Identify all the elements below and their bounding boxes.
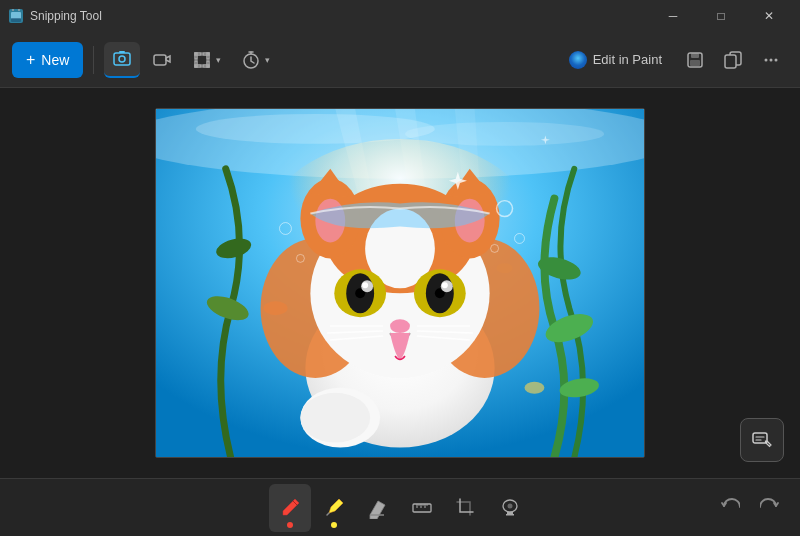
cat-image [156,109,644,457]
timer-chevron: ▾ [265,55,270,65]
new-button[interactable]: + New [12,42,83,78]
svg-rect-7 [119,51,125,53]
svg-point-61 [390,319,410,333]
region-icon [192,50,212,70]
highlighter-tool-button[interactable] [313,484,355,532]
svg-rect-4 [11,18,21,22]
svg-rect-12 [207,53,209,59]
crop-tool-button[interactable] [445,484,487,532]
eraser-icon [367,497,389,519]
more-icon [762,51,780,69]
minimize-button[interactable]: ─ [650,0,696,32]
copy-icon [724,51,742,69]
app-title: Snipping Tool [30,9,102,23]
svg-rect-10 [195,53,197,59]
copy-button[interactable] [716,42,750,78]
svg-point-6 [119,56,125,62]
stamp-icon [499,497,521,519]
svg-point-24 [770,58,773,61]
screenshot-mode-button[interactable] [104,42,140,78]
svg-point-69 [300,393,370,443]
undo-button[interactable] [712,490,748,526]
bottom-right-controls [712,490,788,526]
svg-rect-77 [413,504,431,512]
canvas-container [155,108,645,458]
stamp-tool-button[interactable] [489,484,531,532]
cat-illustration [156,109,644,457]
video-icon [152,50,172,70]
edit-in-paint-button[interactable]: Edit in Paint [557,42,674,78]
save-icon [686,51,704,69]
undo-icon [720,496,740,516]
ruler-tool-button[interactable] [401,484,443,532]
plus-icon: + [26,51,35,69]
pen-tool-button[interactable] [269,484,311,532]
title-bar: Snipping Tool ─ □ ✕ [0,0,800,32]
pen-icon [279,497,301,519]
redo-button[interactable] [752,490,788,526]
svg-rect-14 [195,61,197,67]
maximize-button[interactable]: □ [698,0,744,32]
svg-rect-20 [690,60,700,66]
video-mode-button[interactable] [144,42,180,78]
screen-text-button[interactable] [740,418,784,462]
toolbar-right: Edit in Paint [557,42,788,78]
svg-rect-16 [207,61,209,67]
paint-icon [569,51,587,69]
redo-icon [760,496,780,516]
edit-in-paint-label: Edit in Paint [593,52,662,67]
crop-icon [455,497,477,519]
region-chevron: ▾ [216,55,221,65]
eraser-tool-button[interactable] [357,484,399,532]
svg-rect-5 [114,53,130,65]
title-bar-left: Snipping Tool [8,8,102,24]
timer-button[interactable]: ▾ [233,42,278,78]
region-select-button[interactable]: ▾ [184,42,229,78]
app-icon [8,8,24,24]
svg-point-39 [524,382,544,394]
svg-point-60 [442,282,448,288]
svg-rect-8 [154,55,166,65]
highlighter-icon [323,497,345,519]
title-bar-controls: ─ □ ✕ [650,0,792,32]
save-button[interactable] [678,42,712,78]
svg-point-25 [775,58,778,61]
svg-rect-1 [11,12,21,19]
highlighter-color-dot [331,522,337,528]
screenshot-icon [112,49,132,69]
main-content [0,88,800,478]
ruler-icon [411,497,433,519]
new-label: New [41,52,69,68]
screen-text-icon [751,429,773,451]
toolbar-separator [93,46,94,74]
more-options-button[interactable] [754,42,788,78]
svg-rect-19 [691,53,699,58]
bottom-toolbar [0,478,800,536]
pen-color-dot [287,522,293,528]
svg-point-55 [362,282,368,288]
toolbar: + New ▾ [0,32,800,88]
close-button[interactable]: ✕ [746,0,792,32]
svg-point-23 [765,58,768,61]
timer-icon [241,50,261,70]
svg-rect-22 [725,55,736,68]
svg-point-85 [508,503,513,508]
